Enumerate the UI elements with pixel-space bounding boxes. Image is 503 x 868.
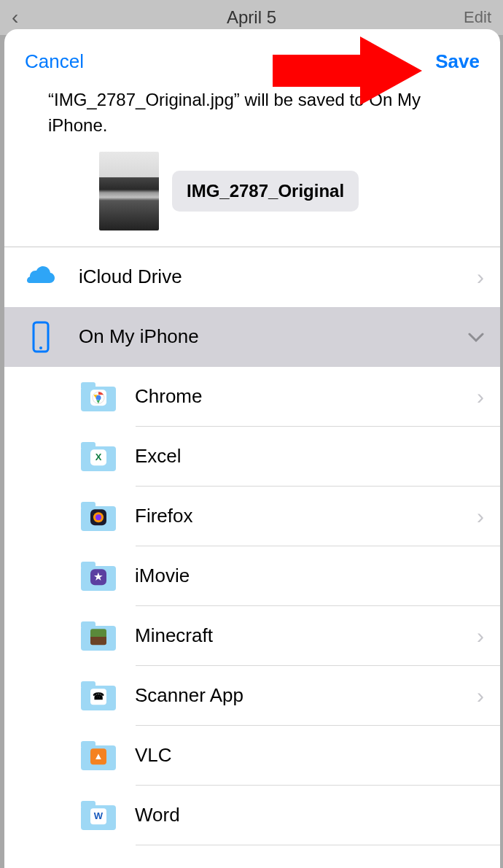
folder-icon: W: [81, 801, 116, 830]
backdrop-title: April 5: [227, 7, 276, 28]
folder-word[interactable]: W Word: [4, 786, 500, 845]
chevron-right-icon: ›: [477, 683, 484, 708]
folder-icon: X: [81, 442, 116, 471]
folder-label: Minecraft: [135, 624, 477, 647]
chrome-icon: [90, 390, 106, 406]
minecraft-icon: [90, 629, 106, 645]
svg-point-5: [95, 514, 101, 520]
folder-icon: [81, 621, 116, 651]
location-label: On My iPhone: [79, 325, 468, 348]
folder-label: Excel: [135, 445, 484, 468]
sheet-header: Cancel Save: [4, 29, 500, 86]
filename-input[interactable]: IMG_2787_Original: [172, 171, 359, 212]
location-label: iCloud Drive: [79, 266, 477, 288]
chevron-right-icon: ›: [477, 265, 484, 290]
chevron-right-icon: ›: [477, 624, 484, 648]
locations-list: iCloud Drive › On My iPhone Chr: [4, 247, 500, 845]
folder-firefox[interactable]: Firefox ›: [4, 487, 500, 546]
folder-imovie[interactable]: ★ iMovie: [4, 546, 500, 606]
word-icon: W: [90, 808, 106, 824]
folder-label: Scanner App: [135, 684, 477, 707]
folder-vlc[interactable]: ▲ VLC: [4, 726, 500, 786]
folder-label: Chrome: [135, 385, 477, 408]
folder-icon: ★: [81, 562, 116, 591]
chevron-right-icon: ›: [477, 504, 484, 529]
file-thumbnail: [99, 152, 159, 230]
edit-button[interactable]: Edit: [464, 8, 491, 27]
location-icloud-drive[interactable]: iCloud Drive ›: [4, 247, 500, 307]
folder-excel[interactable]: X Excel: [4, 427, 500, 487]
folder-label: Word: [135, 804, 484, 826]
excel-icon: X: [90, 449, 106, 465]
imovie-icon: ★: [90, 569, 106, 585]
folder-chrome[interactable]: Chrome ›: [4, 367, 500, 427]
cancel-button[interactable]: Cancel: [25, 50, 84, 73]
folder-minecraft[interactable]: Minecraft ›: [4, 606, 500, 666]
folder-label: iMovie: [135, 565, 484, 587]
folder-icon: ▲: [81, 741, 116, 770]
folder-icon: [81, 502, 116, 531]
folder-icon: ☎: [81, 681, 116, 710]
save-button[interactable]: Save: [435, 50, 480, 73]
scanner-icon: ☎: [90, 689, 106, 705]
back-chevron-icon[interactable]: ‹: [12, 6, 18, 29]
save-message: “IMG_2787_Original.jpg” will be saved to…: [4, 86, 500, 146]
svg-point-1: [39, 346, 42, 349]
folder-scanner-app[interactable]: ☎ Scanner App ›: [4, 666, 500, 726]
chevron-right-icon: ›: [477, 384, 484, 409]
svg-point-3: [96, 395, 101, 400]
folder-icon: [81, 382, 116, 411]
vlc-icon: ▲: [90, 748, 106, 764]
file-preview: IMG_2787_Original: [4, 146, 500, 247]
save-sheet: Cancel Save “IMG_2787_Original.jpg” will…: [4, 29, 500, 868]
icloud-icon: [23, 260, 58, 295]
iphone-icon: [23, 319, 58, 354]
folder-label: Firefox: [135, 505, 477, 527]
chevron-down-icon: [468, 325, 484, 348]
location-on-my-iphone[interactable]: On My iPhone: [4, 307, 500, 367]
folder-label: VLC: [135, 744, 484, 767]
firefox-icon: [90, 509, 106, 525]
